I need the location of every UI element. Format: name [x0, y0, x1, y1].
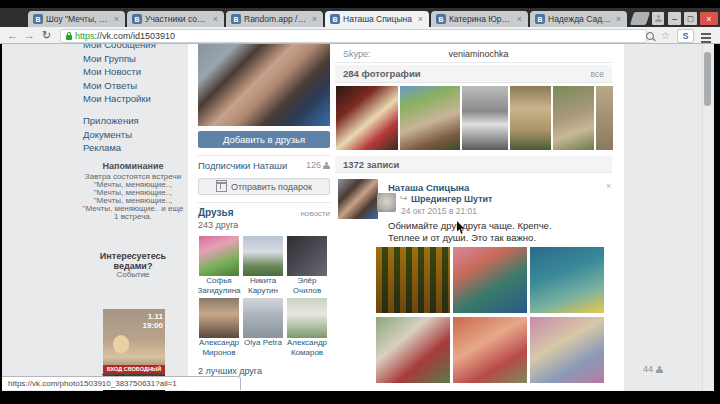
post-image[interactable]: [376, 247, 450, 313]
tab-label: Надежда Садовская: [548, 14, 612, 24]
post-image[interactable]: [376, 317, 450, 383]
friends-count: 243 друга: [198, 220, 238, 230]
send-gift-button[interactable]: Отправить подарок: [198, 178, 330, 195]
tab-close-icon[interactable]: ×: [516, 14, 523, 24]
photos-count[interactable]: 284 фотографии: [343, 68, 421, 79]
post-image[interactable]: [530, 247, 604, 313]
window-close-button[interactable]: ×: [700, 12, 718, 25]
friend-cell: Александр Миронов: [197, 298, 241, 358]
back-icon[interactable]: ←: [7, 28, 18, 43]
skype-value: veniaminochka: [449, 49, 509, 59]
post-image[interactable]: [530, 317, 604, 383]
friend-name[interactable]: Софья Загидулина: [197, 276, 241, 296]
photo-thumb[interactable]: [596, 86, 613, 150]
nav-messages[interactable]: Мои Сообщения: [83, 44, 156, 52]
address-bar[interactable]: https://vk.com/id1503910: [60, 29, 647, 43]
browser-tab-1[interactable]: В Шоу "Мечты, меняющи ×: [28, 11, 125, 27]
refresh-icon[interactable]: ↻: [42, 28, 51, 43]
post-image-grid: [376, 247, 608, 383]
post-dismiss-icon[interactable]: ×: [606, 181, 611, 191]
friend-name[interactable]: Никита Карутин: [241, 276, 285, 296]
vk-favicon-icon: В: [330, 14, 340, 24]
tab-close-icon[interactable]: ×: [417, 14, 424, 24]
repost-source-name[interactable]: Шредингер Шутит: [411, 194, 493, 204]
browser-profile-button[interactable]: [652, 12, 664, 25]
nav-news[interactable]: Мои Новости: [83, 65, 156, 79]
friends-news-link[interactable]: новости: [300, 209, 330, 218]
repost-source-avatar[interactable]: [377, 193, 396, 212]
vk-favicon-icon: В: [231, 14, 241, 24]
extension-icon[interactable]: S: [677, 29, 694, 43]
friend-name[interactable]: Olya Petra: [244, 338, 282, 358]
friend-name[interactable]: Александр Комаров: [285, 338, 329, 358]
friend-name[interactable]: Элёр Очилов: [285, 276, 329, 296]
tab-label: Наташа Спицына: [343, 14, 414, 24]
photo-thumb[interactable]: [553, 86, 594, 150]
post-image[interactable]: [453, 317, 527, 383]
browser-tab-5[interactable]: В Катерина Юрьева ×: [431, 11, 528, 27]
best-friends-link[interactable]: 2 лучших друга: [198, 366, 262, 376]
status-url-bubble: https://vk.com/photo1503910_383750631?al…: [2, 376, 241, 390]
reminder-text[interactable]: Завтра состоятся встречи "Мечты, меняющи…: [80, 173, 186, 221]
page-scrollbar[interactable]: [702, 44, 712, 391]
forward-icon[interactable]: →: [24, 28, 35, 43]
friend-avatar[interactable]: [199, 298, 239, 338]
ad-block[interactable]: Интересуетесь ведами? Событие 1.1119:00 …: [80, 251, 186, 366]
add-friend-button[interactable]: Добавить в друзья: [198, 131, 330, 148]
zoom-icon[interactable]: [646, 32, 654, 40]
online-counter[interactable]: 44: [643, 364, 663, 374]
tab-close-icon[interactable]: ×: [311, 14, 318, 24]
post-author-name[interactable]: Наташа Спицына: [388, 182, 469, 193]
browser-tab-2[interactable]: В Участники сообщества ×: [127, 11, 224, 27]
vk-favicon-icon: В: [436, 14, 446, 24]
vk-favicon-icon: В: [535, 14, 545, 24]
photos-section-header[interactable]: 284 фотографии все: [335, 65, 612, 83]
photos-all-link[interactable]: все: [591, 69, 604, 79]
scrollbar-thumb[interactable]: [704, 52, 711, 106]
followers-label[interactable]: Подписчики Наташи: [198, 160, 287, 171]
photo-strip: [336, 86, 613, 150]
profile-photo[interactable]: [198, 44, 330, 126]
friend-name[interactable]: Александр Миронов: [197, 338, 241, 358]
photo-thumb[interactable]: [510, 86, 551, 150]
reminder-title: Напоминание: [80, 161, 186, 171]
window-minimize-button[interactable]: –: [668, 12, 681, 25]
photo-thumb[interactable]: [400, 86, 460, 150]
browser-tab-4-active[interactable]: В Наташа Спицына ×: [325, 11, 429, 27]
nav-apps[interactable]: Приложения: [83, 114, 139, 128]
tab-close-icon[interactable]: ×: [615, 14, 622, 24]
friend-avatar[interactable]: [243, 298, 283, 338]
window-maximize-button[interactable]: □: [684, 12, 697, 25]
ad-question[interactable]: Интересуетесь ведами?: [80, 251, 186, 271]
friend-avatar[interactable]: [243, 236, 283, 276]
post-text: Обнимайте друг друга чаще. Крепче. Тепле…: [388, 220, 578, 244]
browser-tab-3[interactable]: В Random.app / Розыгры ×: [226, 11, 323, 27]
post-image[interactable]: [453, 247, 527, 313]
nav-ads[interactable]: Реклама: [83, 141, 139, 155]
photo-thumb[interactable]: [462, 86, 508, 150]
ad-type-label: Событие: [80, 271, 186, 279]
nav-documents[interactable]: Документы: [83, 128, 139, 142]
followers-count: 126: [306, 160, 321, 170]
tab-close-icon[interactable]: ×: [212, 14, 219, 24]
friend-avatar[interactable]: [287, 236, 327, 276]
screen: В Шоу "Мечты, меняющи × В Участники сооб…: [0, 0, 720, 404]
photo-thumb[interactable]: [336, 86, 398, 150]
nav-groups[interactable]: Мои Группы: [83, 52, 156, 66]
post-date[interactable]: 24 окт 2015 в 21:01: [401, 206, 477, 216]
post-author-avatar[interactable]: [338, 179, 378, 219]
tab-label: Random.app / Розыгры: [244, 14, 308, 24]
followers-row[interactable]: Подписчики Наташи 126: [198, 155, 330, 174]
tab-close-icon[interactable]: ×: [113, 14, 120, 24]
nav-settings[interactable]: Мои Настройки: [83, 92, 156, 106]
new-tab-button[interactable]: [630, 12, 650, 25]
friends-title-link[interactable]: Друзья: [198, 207, 233, 218]
friend-avatar[interactable]: [199, 236, 239, 276]
bookmark-star-icon[interactable]: ☆: [661, 29, 670, 42]
nav-answers[interactable]: Мои Ответы: [83, 79, 156, 93]
friend-avatar[interactable]: [287, 298, 327, 338]
browser-tab-6[interactable]: В Надежда Садовская ×: [530, 11, 627, 27]
wall-section-header[interactable]: 1372 записи: [335, 156, 612, 173]
chrome-menu-icon[interactable]: [701, 31, 711, 45]
left-nav-secondary: Приложения Документы Реклама: [83, 114, 139, 155]
